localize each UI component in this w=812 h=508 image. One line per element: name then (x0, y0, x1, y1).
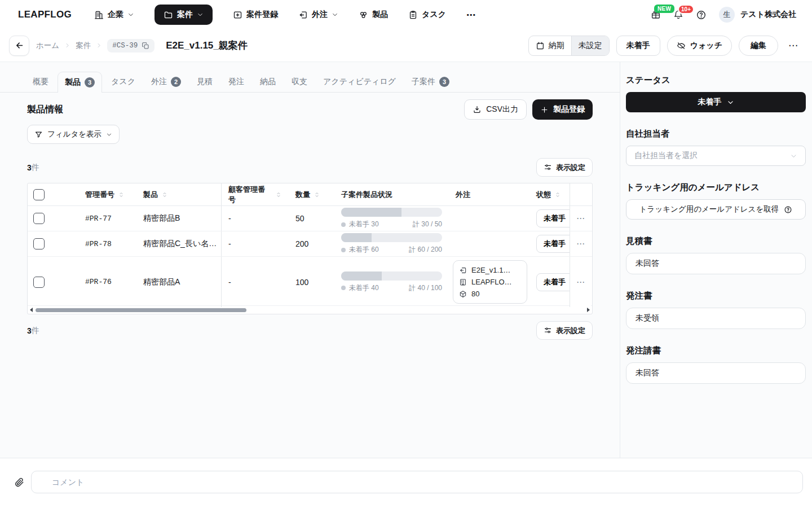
outsource-card[interactable]: E2E_v1.1… LEAPFLO… 80 (453, 260, 527, 304)
status-dot (341, 248, 346, 252)
row-checkbox[interactable] (33, 238, 45, 249)
tab-products[interactable]: 製品3 (58, 72, 102, 93)
help-button[interactable] (696, 10, 707, 20)
tab-outsource[interactable]: 外注2 (144, 72, 188, 92)
edit-button[interactable]: 編集 (739, 36, 778, 56)
calendar-icon (536, 41, 545, 50)
notification-count-badge: 10+ (678, 5, 694, 14)
breadcrumb-case[interactable]: 案件 (76, 41, 91, 51)
customer-no: - (221, 231, 289, 256)
nav-item-product[interactable]: 製品 (359, 10, 388, 20)
customer-no: - (221, 257, 289, 307)
tab-tasks[interactable]: タスク (104, 72, 142, 92)
nav-item-outsource[interactable]: 外注 (298, 10, 338, 20)
table-horizontal-scrollbar[interactable] (28, 306, 592, 314)
sliders-icon (544, 326, 552, 335)
back-button[interactable] (9, 36, 29, 56)
progress-bar (341, 233, 442, 242)
tracking-section: トラッキング用のメールアドレス トラッキング用のメールアドレスを取得 (626, 182, 806, 220)
nav-item-case[interactable]: 案件 (155, 5, 213, 25)
outsource-cell: E2E_v1.1… LEAPFLO… 80 (449, 257, 529, 307)
product-id: #PR-77 (78, 206, 136, 231)
outsource-quantity: 80 (471, 290, 479, 298)
purchase-order-section: 発注書 未受領 (626, 290, 806, 329)
table-row[interactable]: #PR-77 精密部品B - 50 未着手 30計 30 / 50 未着手 ⋯ (28, 206, 592, 231)
tab-order[interactable]: 発注 (222, 72, 251, 92)
nav-more-button[interactable]: ⋯ (466, 10, 476, 20)
account-menu[interactable]: 生 テスト株式会社 (719, 7, 796, 23)
nav-right-cluster: NEW 10+ 生 テスト株式会社 (651, 7, 796, 23)
sort-icon[interactable] (314, 191, 320, 198)
assignee-select[interactable]: 自社担当者を選択 (626, 146, 806, 166)
tab-balance[interactable]: 収支 (285, 72, 314, 92)
scroll-right-arrow[interactable] (587, 308, 590, 312)
show-filters-button[interactable]: フィルタを表示 (27, 125, 120, 144)
result-count: 3 (27, 163, 32, 172)
nav-item-task[interactable]: タスク (408, 10, 446, 20)
eye-off-icon (677, 41, 686, 50)
tab-overview[interactable]: 概要 (26, 72, 55, 92)
scroll-left-arrow[interactable] (30, 308, 33, 312)
nav-item-case-register[interactable]: 案件登録 (233, 10, 278, 20)
clipboard-icon (408, 10, 418, 20)
tab-bar: 概要 製品3 タスク 外注2 見積 発注 納品 収支 アクティビティログ 子案件… (0, 72, 620, 93)
row-checkbox[interactable] (33, 277, 45, 288)
tab-activity-log[interactable]: アクティビティログ (316, 72, 403, 92)
tracking-email-button[interactable]: トラッキング用のメールアドレスを取得 (626, 199, 806, 220)
avatar: 生 (719, 7, 735, 23)
quotation-status-field[interactable]: 未回答 (626, 253, 806, 274)
table-row[interactable]: #PR-78 精密部品C_長い名… - 200 未着手 60計 60 / 200… (28, 231, 592, 257)
app-logo[interactable]: LEAPFLOG (18, 9, 72, 20)
progress-bar (341, 271, 442, 281)
notifications-button[interactable]: 10+ (673, 10, 683, 20)
sort-icon[interactable] (554, 191, 561, 198)
sort-icon[interactable] (161, 191, 168, 198)
customer-no: - (221, 206, 289, 231)
row-more-button[interactable]: ⋯ (570, 206, 591, 231)
delivery-date-label[interactable]: 納期 (529, 36, 571, 55)
tab-quotation[interactable]: 見積 (190, 72, 219, 92)
display-settings-button[interactable]: 表示設定 (536, 158, 593, 177)
purchase-order-status-field[interactable]: 未受領 (626, 308, 806, 329)
row-more-button[interactable]: ⋯ (570, 231, 591, 256)
sort-icon[interactable] (118, 191, 125, 198)
header-more-button[interactable]: ⋯ (785, 40, 802, 51)
watch-button[interactable]: ウォッチ (667, 36, 732, 56)
product-register-button[interactable]: 製品登録 (532, 99, 593, 120)
quantity: 100 (289, 257, 334, 307)
sort-icon[interactable] (275, 191, 282, 198)
attachment-button[interactable] (14, 477, 24, 487)
select-all-checkbox[interactable] (33, 189, 45, 200)
row-more-button[interactable]: ⋯ (570, 257, 591, 307)
chevron-down-icon (197, 11, 204, 18)
breadcrumb-bar: ホーム 案件 #CS-39 E2E_v1.15_親案件 納期 未設定 未着手 ウ… (0, 29, 812, 62)
order-confirmation-status-field[interactable]: 未回答 (626, 362, 806, 384)
comment-input[interactable] (31, 471, 803, 493)
main-panel: 概要 製品3 タスク 外注2 見積 発注 納品 収支 アクティビティログ 子案件… (0, 62, 620, 458)
status-dropdown[interactable]: 未着手 (626, 92, 806, 112)
case-id-pill[interactable]: #CS-39 (107, 39, 155, 52)
row-checkbox[interactable] (33, 213, 45, 224)
csv-export-button[interactable]: CSV出力 (464, 99, 527, 120)
delivery-date-button: 納期 未設定 (528, 36, 610, 56)
outsource-cell (449, 206, 529, 231)
delivery-date-value[interactable]: 未設定 (571, 36, 609, 55)
help-icon (784, 205, 792, 214)
funnel-icon (34, 130, 43, 139)
chevron-down-icon (332, 11, 338, 18)
tab-child-cases[interactable]: 子案件3 (405, 72, 456, 92)
breadcrumb-home[interactable]: ホーム (36, 41, 59, 51)
scrollbar-thumb[interactable] (36, 308, 246, 312)
quantity: 50 (289, 206, 334, 231)
nav-item-company[interactable]: 企業 (94, 10, 134, 20)
table-row[interactable]: #PR-76 精密部品A - 100 未着手 40計 40 / 100 E2E_… (28, 257, 592, 306)
status-section: ステータス 未着手 (626, 75, 806, 112)
display-settings-button[interactable]: 表示設定 (536, 321, 593, 340)
page-title: E2E_v1.15_親案件 (166, 39, 248, 52)
case-status-button[interactable]: 未着手 (616, 36, 660, 56)
outsource-icon (459, 266, 467, 274)
product-id: #PR-78 (78, 231, 136, 256)
tab-delivery[interactable]: 納品 (253, 72, 283, 92)
whats-new-button[interactable]: NEW (651, 10, 661, 20)
col-quantity: 数量 (289, 183, 334, 205)
